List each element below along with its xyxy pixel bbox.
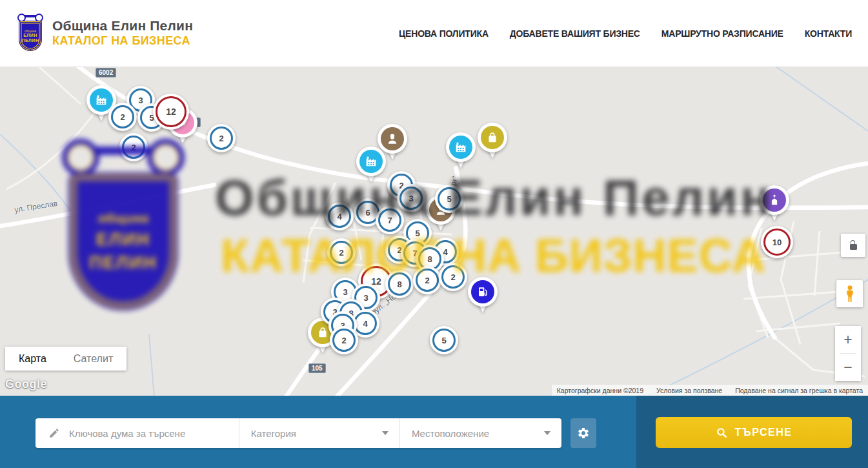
main-nav: ЦЕНОВА ПОЛИТИКА ДОБАВЕТЕ ВАШИЯТ БИЗНЕС М… xyxy=(399,0,852,66)
gear-icon xyxy=(577,427,590,440)
zoom-in-button[interactable]: + xyxy=(835,326,861,353)
brand-text: Община Елин Пелин КАТАЛОГ НА БИЗНЕСА xyxy=(52,18,193,48)
map-canvas[interactable]: 60026105ул. Преславбул. „Новоселци" 3251… xyxy=(0,66,868,396)
search-submit-button[interactable]: ТЪРСЕНЕ xyxy=(656,417,852,448)
map-type-control: Карта Сателит xyxy=(5,347,126,371)
map-cluster[interactable]: 10 xyxy=(761,226,793,258)
nav-item-bus-schedule[interactable]: МАРШРУТНО РАЗПИСАНИЕ xyxy=(661,28,783,39)
search-bar-right-panel: ТЪРСЕНЕ xyxy=(636,396,868,468)
keyword-field[interactable] xyxy=(35,418,239,448)
crest-word-pelin: ПЕЛИН xyxy=(21,38,39,43)
map-cluster[interactable]: 2 xyxy=(119,133,148,161)
map-cluster[interactable]: 5 xyxy=(430,326,458,354)
category-select[interactable]: Категория xyxy=(239,418,399,448)
street-view-pegman-button[interactable] xyxy=(836,280,863,307)
search-fields: Категория Местоположение xyxy=(35,418,561,448)
map-type-map-button[interactable]: Карта xyxy=(5,347,60,371)
location-select[interactable]: Местоположение xyxy=(399,418,561,448)
map-pin-factory[interactable] xyxy=(446,132,476,170)
category-select-label: Категория xyxy=(239,428,296,439)
map-markers: 3251222235647522748128223338432510 xyxy=(0,66,868,396)
zoom-out-button[interactable]: − xyxy=(835,354,861,381)
search-bar: Категория Местоположение Т xyxy=(0,396,868,468)
crest-word-elin: ЕЛИН xyxy=(23,33,37,38)
location-select-label: Местоположение xyxy=(400,428,489,439)
attribution-terms-link[interactable]: Условия за ползване xyxy=(656,387,722,394)
search-bar-left-panel: Категория Местоположение xyxy=(0,396,636,468)
map-pin-fuel[interactable] xyxy=(468,277,498,314)
keyword-input[interactable] xyxy=(68,427,225,440)
map-pin-factory[interactable] xyxy=(356,147,386,184)
chevron-down-icon xyxy=(382,431,389,435)
map-cluster[interactable]: 5 xyxy=(435,185,463,213)
map-cluster[interactable]: 3 xyxy=(397,184,425,212)
nav-item-pricing[interactable]: ЦЕНОВА ПОЛИТИКА xyxy=(399,28,489,39)
map-cluster[interactable]: 2 xyxy=(413,266,441,294)
site-header: община ЕЛИН ПЕЛИН Община Елин Пелин КАТА… xyxy=(0,0,868,67)
map-cluster[interactable]: 2 xyxy=(330,326,358,354)
advanced-search-button[interactable] xyxy=(570,418,596,448)
map-cluster[interactable]: 2 xyxy=(108,103,137,131)
map-type-satellite-button[interactable]: Сателит xyxy=(60,347,126,371)
map-cluster[interactable]: 2 xyxy=(327,238,356,267)
site-subtitle: КАТАЛОГ НА БИЗНЕСА xyxy=(52,34,193,48)
map-lock-button[interactable] xyxy=(841,234,865,257)
map-cluster[interactable]: 2 xyxy=(439,263,467,291)
municipality-crest-icon: община ЕЛИН ПЕЛИН xyxy=(16,14,45,52)
search-button-label: ТЪРСЕНЕ xyxy=(735,427,792,438)
google-logo: Google xyxy=(5,378,47,391)
map-cluster[interactable]: 7 xyxy=(376,206,404,234)
nav-item-add-business[interactable]: ДОБАВЕТЕ ВАШИЯТ БИЗНЕС xyxy=(510,28,640,39)
map-zoom-control: + − xyxy=(835,326,861,381)
attribution-report-error-link[interactable]: Подаване на сигнал за грешка в картата xyxy=(735,387,863,394)
map-cluster[interactable]: 12 xyxy=(153,94,189,130)
site-title: Община Елин Пелин xyxy=(52,18,193,34)
map-attribution: Картографски данни ©2019 Условия за полз… xyxy=(552,385,868,396)
map-cluster[interactable]: 2 xyxy=(207,124,236,152)
pegman-icon xyxy=(843,285,857,303)
lock-icon xyxy=(850,244,857,250)
attribution-copyright: Картографски данни ©2019 xyxy=(557,387,643,394)
map-cluster[interactable]: 4 xyxy=(325,202,354,230)
page: община ЕЛИН ПЕЛИН Община Елин Пелин КАТА… xyxy=(0,0,868,468)
nav-item-contacts[interactable]: КОНТАКТИ xyxy=(805,28,852,39)
chevron-down-icon xyxy=(544,431,550,435)
site-logo-link[interactable]: община ЕЛИН ПЕЛИН Община Елин Пелин КАТА… xyxy=(16,14,193,52)
map-cluster[interactable]: 8 xyxy=(385,270,414,298)
search-icon xyxy=(716,427,728,439)
map-pin-church[interactable] xyxy=(760,185,789,223)
map-pin-bag[interactable] xyxy=(478,123,507,160)
pencil-icon xyxy=(48,427,60,439)
